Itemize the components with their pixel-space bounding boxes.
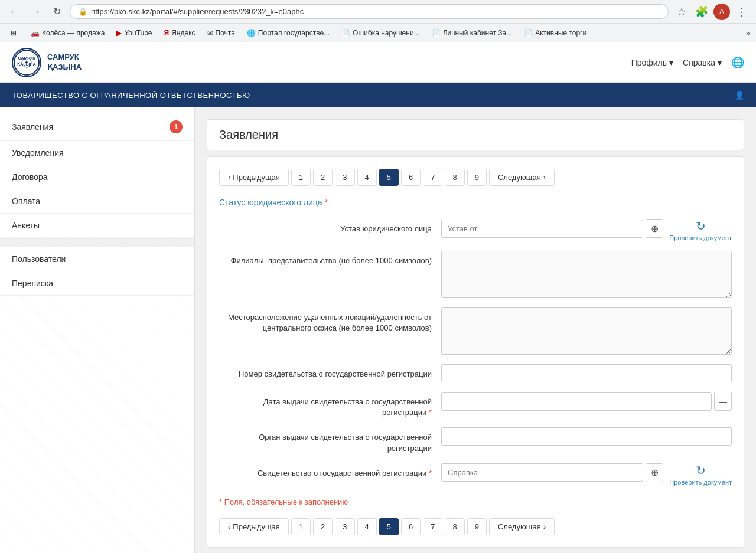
user-icon: 👤	[735, 91, 745, 100]
page-3-button-top[interactable]: 3	[335, 169, 354, 186]
page-8-button-top[interactable]: 8	[445, 169, 464, 186]
help-button[interactable]: Справка ▾	[683, 58, 722, 67]
star-button[interactable]: ☆	[673, 4, 690, 20]
svidetelstvo-verify-button[interactable]: ↻ Проверить документ	[669, 463, 732, 486]
refresh-button[interactable]: ↻	[48, 4, 65, 20]
sidebar-item-dogovora[interactable]: Договора	[0, 165, 194, 189]
sidebar-item-polzovateli[interactable]: Пользователи	[0, 247, 194, 271]
sidebar-item-perepiska[interactable]: Переписка	[0, 271, 194, 296]
page-2-button-bottom[interactable]: 2	[313, 518, 333, 535]
prev-label-bottom: Предыдущая	[233, 522, 280, 531]
page-9-button-bottom[interactable]: 9	[467, 518, 487, 535]
page-5-button-bottom[interactable]: 5	[379, 518, 399, 535]
sidebar: Заявления 1 Уведомления Договора Оплата …	[0, 107, 195, 553]
bookmark-lichnyi[interactable]: 📄 Личный кабинет За...	[427, 27, 517, 39]
browser-chrome: ← → ↻ 🔒 https://pko.skc.kz/portal/#/supp…	[0, 0, 756, 24]
sidebar-item-ankety[interactable]: Анкеты	[0, 214, 194, 238]
prev-page-button-top[interactable]: ‹ Предыдущая	[219, 169, 289, 186]
section-title-text: Статус юридического лица	[219, 198, 322, 207]
sidebar-item-uvedomleniya[interactable]: Уведомления	[0, 141, 194, 165]
control-mestopolozhenie	[441, 307, 732, 355]
bookmarks-bar: ⊞ 🚗 Колёса — продажа ▶ YouTube Я Яндекс …	[0, 24, 756, 42]
forward-button[interactable]: →	[27, 4, 44, 20]
sidebar-label-uvedomleniya: Уведомления	[12, 148, 64, 158]
mestopolozhenie-textarea[interactable]	[441, 307, 732, 355]
bookmark-torgi[interactable]: 📄 Активные торги	[519, 27, 591, 39]
field-mestopolozhenie: Месторасположение удаленных локаций/удал…	[219, 307, 732, 355]
language-button[interactable]: 🌐	[731, 56, 744, 69]
plus-icon: ⊕	[651, 223, 659, 234]
ustav-verify-button[interactable]: ↻ Проверить документ	[669, 219, 732, 241]
bookmark-oshibka[interactable]: 📄 Ошибка нарушени...	[337, 27, 425, 39]
oshibka-label: Ошибка нарушени...	[353, 29, 420, 37]
page-8-label-top: 8	[452, 173, 457, 182]
page-8-button-bottom[interactable]: 8	[445, 518, 464, 535]
page-5-button-top[interactable]: 5	[379, 169, 399, 186]
ustav-input-group: ⊕	[441, 219, 663, 238]
ustav-add-button[interactable]: ⊕	[646, 219, 663, 238]
label-organ-vydachi: Орган выдачи свидетельства о государстве…	[219, 427, 432, 453]
logo-text: САМРУК ҚАЗЫНА	[47, 53, 82, 73]
address-bar[interactable]: 🔒 https://pko.skc.kz/portal/#/supplier/r…	[70, 4, 669, 19]
page-6-button-bottom[interactable]: 6	[401, 518, 421, 535]
bookmark-yandex[interactable]: Я Яндекс	[159, 27, 200, 39]
page-7-button-top[interactable]: 7	[423, 169, 442, 186]
page-7-button-bottom[interactable]: 7	[423, 518, 442, 535]
page-4-button-top[interactable]: 4	[357, 169, 377, 186]
page-2-button-top[interactable]: 2	[313, 169, 333, 186]
sidebar-item-zayavleniya[interactable]: Заявления 1	[0, 113, 194, 141]
ustav-input[interactable]	[441, 220, 643, 238]
portal-icon: 🌐	[247, 29, 256, 37]
page-5-label-bottom: 5	[387, 522, 391, 531]
verify-label-ustav: Проверить документ	[669, 234, 732, 241]
bookmark-kolesa[interactable]: 🚗 Колёса — продажа	[26, 27, 109, 39]
sidebar-item-oplata[interactable]: Оплата	[0, 189, 194, 214]
more-bookmarks-button[interactable]: »	[745, 28, 750, 38]
control-svidetelstvo: ⊕ ↻ Проверить документ	[441, 463, 732, 486]
page-9-button-top[interactable]: 9	[467, 169, 487, 186]
bookmark-pochta[interactable]: ✉ Почта	[203, 27, 240, 39]
bookmark-portal[interactable]: 🌐 Портал государстве...	[242, 27, 334, 39]
content-area: Заявления ‹ Предыдущая 1 2 3 4 5 6 7 8 9	[195, 107, 756, 553]
lichnyi-label: Личный кабинет За...	[443, 29, 513, 37]
svidetelstvo-add-button[interactable]: ⊕	[646, 463, 663, 482]
form-card: ‹ Предыдущая 1 2 3 4 5 6 7 8 9 Следующая…	[207, 156, 744, 548]
page-8-label-bottom: 8	[452, 522, 457, 531]
control-nomer-svidetelstva	[441, 364, 732, 382]
back-button[interactable]: ←	[6, 4, 22, 20]
youtube-icon: ▶	[116, 29, 122, 37]
apps-button[interactable]: ⊞	[6, 27, 24, 39]
prev-page-button-bottom[interactable]: ‹ Предыдущая	[219, 518, 289, 535]
page-4-button-bottom[interactable]: 4	[357, 518, 377, 535]
bookmark-youtube[interactable]: ▶ YouTube	[112, 27, 157, 39]
page-9-label-top: 9	[475, 173, 479, 182]
page-6-button-top[interactable]: 6	[401, 169, 421, 186]
extensions-button[interactable]: 🧩	[693, 4, 710, 20]
prev-arrow-top: ‹	[228, 173, 230, 182]
torgi-icon: 📄	[524, 29, 533, 37]
filialy-textarea[interactable]	[441, 251, 732, 298]
lock-icon: 🔒	[79, 8, 87, 16]
yandex-icon: Я	[164, 29, 170, 37]
svidetelstvo-input[interactable]	[441, 463, 643, 482]
organ-vydachi-input[interactable]	[441, 427, 732, 446]
page-5-label-top: 5	[387, 173, 391, 182]
page-1-button-bottom[interactable]: 1	[291, 518, 311, 535]
data-vydachi-req: *	[429, 408, 432, 417]
help-arrow: ▾	[718, 58, 722, 67]
yandex-label: Яндекс	[171, 29, 195, 37]
profile-button[interactable]: Профиль ▾	[631, 58, 673, 67]
page-3-label-top: 3	[343, 173, 347, 182]
nomer-svidetelstva-input[interactable]	[441, 364, 732, 382]
next-page-button-top[interactable]: Следующая ›	[489, 169, 555, 186]
data-vydachi-input[interactable]	[441, 392, 712, 411]
page-3-button-bottom[interactable]: 3	[335, 518, 354, 535]
sidebar-label-ankety: Анкеты	[12, 221, 40, 230]
page-1-button-top[interactable]: 1	[291, 169, 311, 186]
profile-avatar[interactable]: А	[713, 4, 730, 20]
calendar-button[interactable]: —	[714, 392, 732, 411]
logo-icon: САМРУК ҚАЗЫНА ✦	[12, 48, 41, 77]
next-page-button-bottom[interactable]: Следующая ›	[489, 518, 555, 535]
header-nav: Профиль ▾ Справка ▾ 🌐	[631, 56, 744, 69]
menu-button[interactable]: ⋮	[734, 4, 750, 20]
